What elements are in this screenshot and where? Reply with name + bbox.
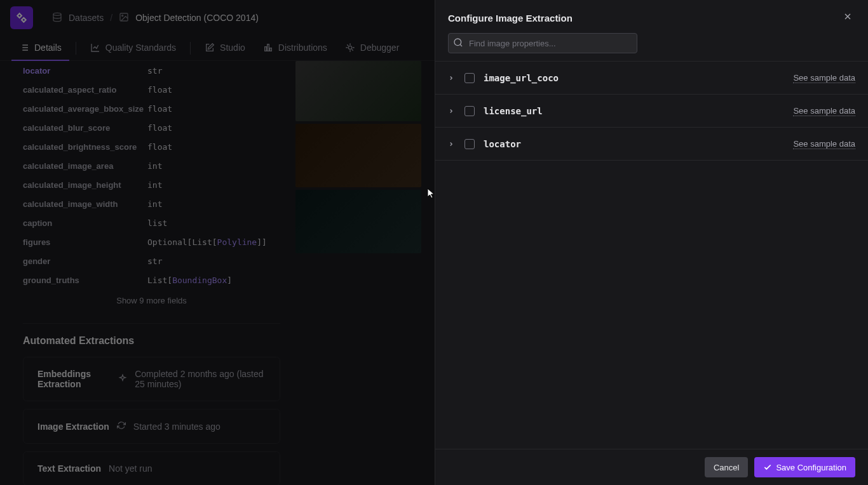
- cancel-button[interactable]: Cancel: [705, 457, 748, 477]
- property-checkbox[interactable]: [465, 139, 475, 149]
- save-label: Save Configuration: [776, 463, 846, 472]
- panel-body: image_url_cocoSee sample datalicense_url…: [435, 61, 868, 449]
- chevron-right-icon[interactable]: [448, 108, 456, 114]
- property-row: image_url_cocoSee sample data: [435, 62, 868, 95]
- save-configuration-button[interactable]: Save Configuration: [754, 457, 855, 477]
- chevron-right-icon[interactable]: [448, 75, 456, 81]
- see-sample-data-link[interactable]: See sample data: [793, 106, 855, 116]
- property-checkbox[interactable]: [465, 73, 475, 83]
- property-row: locatorSee sample data: [435, 128, 868, 161]
- panel-title: Configure Image Extraction: [448, 13, 573, 23]
- search-icon: [453, 37, 463, 50]
- close-icon: [843, 11, 853, 22]
- check-icon: [763, 463, 772, 472]
- panel-header: Configure Image Extraction: [435, 0, 868, 33]
- property-checkbox[interactable]: [465, 106, 475, 116]
- search-container: [435, 33, 868, 61]
- property-row: license_urlSee sample data: [435, 95, 868, 128]
- close-button[interactable]: [840, 10, 855, 25]
- svg-line-16: [460, 44, 462, 46]
- property-name: image_url_coco: [484, 73, 784, 83]
- panel-footer: Cancel Save Configuration: [435, 449, 868, 485]
- property-name: license_url: [484, 106, 784, 116]
- property-name: locator: [484, 139, 784, 149]
- see-sample-data-link[interactable]: See sample data: [793, 139, 855, 149]
- chevron-right-icon[interactable]: [448, 141, 456, 147]
- see-sample-data-link[interactable]: See sample data: [793, 73, 855, 83]
- configure-extraction-panel: Configure Image Extraction image_url_coc…: [435, 0, 868, 485]
- svg-point-15: [454, 39, 461, 46]
- search-input[interactable]: [448, 33, 637, 53]
